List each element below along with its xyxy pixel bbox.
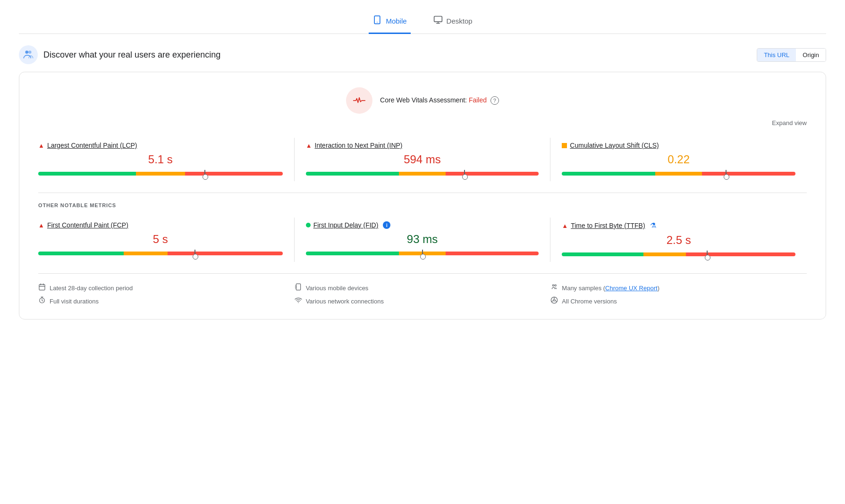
footer-item-network-connections: Various network connections	[295, 296, 551, 306]
footer-visit-durations-text: Full visit durations	[50, 298, 99, 305]
cls-status-icon	[562, 143, 567, 148]
avatar	[19, 45, 38, 64]
fcp-marker	[194, 250, 195, 257]
help-icon[interactable]: ?	[490, 96, 499, 105]
tab-bar: Mobile Desktop	[19, 9, 826, 34]
ttfb-bar-green	[562, 252, 643, 256]
fcp-bar-red	[168, 252, 282, 255]
url-toggle-origin[interactable]: Origin	[796, 49, 826, 61]
samples-icon	[550, 283, 558, 293]
section-divider	[38, 193, 807, 193]
fid-value: 93 ms	[306, 233, 539, 246]
fid-status-icon	[306, 223, 311, 227]
lcp-marker	[204, 170, 205, 177]
fid-bar-green	[306, 252, 399, 255]
ttfb-marker	[707, 251, 708, 258]
svg-point-5	[25, 50, 29, 54]
timer-icon	[38, 296, 46, 306]
desktop-icon	[433, 15, 443, 27]
lcp-status-icon: ▲	[38, 142, 44, 149]
tab-mobile[interactable]: Mobile	[369, 9, 410, 34]
main-card: Core Web Vitals Assessment: Failed ? Exp…	[19, 72, 826, 319]
svg-rect-15	[295, 286, 296, 289]
footer-collection-period-text: Latest 28-day collection period	[50, 285, 133, 292]
svg-line-23	[552, 301, 554, 302]
fcp-value: 5 s	[38, 233, 283, 246]
fcp-bar-orange	[124, 252, 168, 255]
ttfb-name[interactable]: Time to First Byte (TTFB)	[571, 222, 645, 229]
inp-name[interactable]: Interaction to Next Paint (INP)	[315, 142, 403, 149]
url-toggle-this-url[interactable]: This URL	[757, 49, 796, 61]
assessment-header: Core Web Vitals Assessment: Failed ?	[38, 87, 807, 114]
chrome-ux-report-link[interactable]: Chrome UX Report	[605, 285, 658, 292]
other-metrics-label: OTHER NOTABLE METRICS	[38, 202, 807, 208]
svg-point-20	[553, 299, 555, 301]
cls-bar-red	[702, 172, 795, 176]
fcp-name[interactable]: First Contentful Paint (FCP)	[47, 221, 128, 229]
assessment-status: Failed	[469, 96, 487, 104]
svg-line-22	[555, 301, 557, 302]
assessment-icon-circle	[346, 87, 372, 114]
mobile-devices-icon	[295, 283, 302, 293]
footer-col-3: Many samples (Chrome UX Report) All Chro…	[550, 283, 807, 306]
inp-status-icon: ▲	[306, 142, 312, 149]
url-toggle: This URL Origin	[757, 48, 826, 62]
ttfb-bar	[562, 252, 795, 256]
footer-grid: Latest 28-day collection period Full vis…	[38, 273, 807, 306]
network-icon	[295, 296, 302, 306]
lcp-bar-red	[185, 172, 283, 176]
fid-bar	[306, 252, 539, 255]
fcp-bar	[38, 252, 283, 255]
calendar-icon	[38, 283, 46, 293]
fid-info-icon[interactable]: i	[383, 221, 390, 229]
footer-mobile-devices-text: Various mobile devices	[306, 285, 369, 292]
metric-fid: First Input Delay (FID) i 93 ms	[295, 218, 551, 262]
footer-col-2: Various mobile devices Various network c…	[295, 283, 551, 306]
fcp-status-icon: ▲	[38, 222, 44, 229]
cls-value: 0.22	[562, 153, 795, 166]
fcp-bar-green	[38, 252, 124, 255]
other-metrics-grid: ▲ First Contentful Paint (FCP) 5 s	[38, 218, 807, 262]
footer-item-chrome-versions: All Chrome versions	[550, 296, 807, 306]
fid-name[interactable]: First Input Delay (FID)	[313, 221, 379, 229]
footer-chrome-versions-text: All Chrome versions	[562, 298, 617, 305]
metric-cls: Cumulative Layout Shift (CLS) 0.22	[550, 138, 807, 181]
inp-bar-green	[306, 172, 399, 176]
lcp-bar	[38, 172, 283, 176]
tab-desktop[interactable]: Desktop	[430, 9, 476, 34]
metric-inp: ▲ Interaction to Next Paint (INP) 594 ms	[295, 138, 551, 181]
assessment-title: Core Web Vitals Assessment:	[380, 96, 467, 104]
expand-view-button[interactable]: Expand view	[38, 119, 807, 126]
chrome-icon	[550, 296, 558, 306]
core-metrics-grid: ▲ Largest Contentful Paint (LCP) 5.1 s ▲	[38, 138, 807, 181]
lcp-bar-orange	[136, 172, 185, 176]
fid-bar-red	[446, 252, 539, 255]
footer-network-text: Various network connections	[306, 298, 384, 305]
tab-mobile-label: Mobile	[386, 17, 406, 25]
metric-fcp: ▲ First Contentful Paint (FCP) 5 s	[38, 218, 295, 262]
cls-bar	[562, 172, 795, 176]
ttfb-status-icon: ▲	[562, 222, 568, 229]
header-left: Discover what your real users are experi…	[19, 45, 220, 64]
inp-value: 594 ms	[306, 153, 539, 166]
metric-lcp: ▲ Largest Contentful Paint (LCP) 5.1 s	[38, 138, 295, 181]
svg-rect-2	[434, 17, 442, 22]
cls-name[interactable]: Cumulative Layout Shift (CLS)	[570, 142, 659, 149]
header-title: Discover what your real users are experi…	[43, 50, 220, 60]
mobile-icon	[372, 15, 382, 27]
svg-rect-7	[39, 285, 45, 290]
inp-bar	[306, 172, 539, 176]
lcp-name[interactable]: Largest Contentful Paint (LCP)	[47, 142, 137, 149]
header-row: Discover what your real users are experi…	[19, 45, 826, 64]
cwv-pulse-icon	[353, 96, 366, 105]
svg-rect-0	[375, 16, 380, 24]
inp-marker	[464, 170, 465, 177]
footer-item-visit-durations: Full visit durations	[38, 296, 295, 306]
assessment-title-group: Core Web Vitals Assessment: Failed ?	[380, 96, 499, 105]
ttfb-flask-icon[interactable]: ⚗	[650, 221, 656, 230]
ttfb-bar-orange	[643, 252, 685, 256]
footer-item-collection-period: Latest 28-day collection period	[38, 283, 295, 293]
ttfb-value: 2.5 s	[562, 234, 795, 247]
lcp-bar-green	[38, 172, 136, 176]
footer-item-samples: Many samples (Chrome UX Report)	[550, 283, 807, 293]
